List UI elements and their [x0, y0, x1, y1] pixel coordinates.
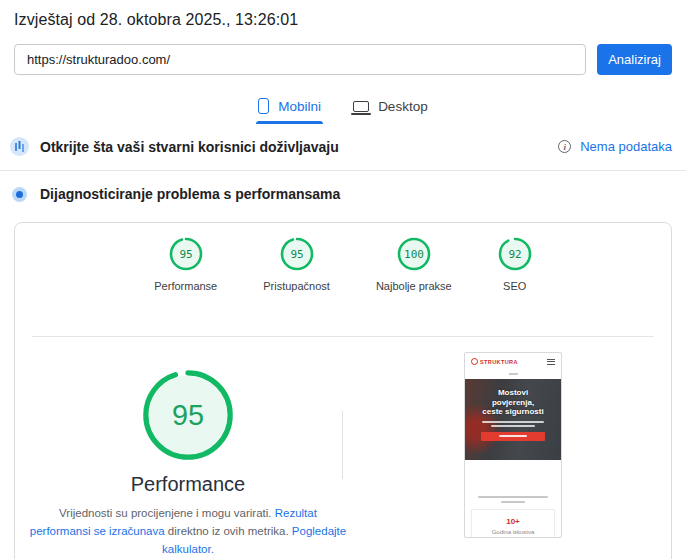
note-text: Vrijednosti su procijenjene i mogu varir… [59, 507, 275, 519]
preview-logo: STRUKTURA [471, 358, 518, 365]
struktura-logo-icon [471, 358, 478, 365]
hamburger-icon [547, 359, 555, 365]
gauge-seo[interactable]: 92 SEO [498, 237, 532, 292]
tab-mobile[interactable]: Mobilni [256, 94, 323, 124]
analyze-button[interactable]: Analiziraj [597, 44, 672, 75]
performance-gauge-icon: 95 [142, 369, 234, 461]
preview-body-text [478, 496, 548, 503]
svg-text:92: 92 [508, 248, 521, 261]
svg-text:95: 95 [290, 248, 303, 261]
hero-line: Mostovi [498, 388, 528, 397]
gauge-najbolje-prakse[interactable]: 100 Najbolje prakse [376, 237, 452, 292]
site-screenshot-preview[interactable]: STRUKTURA Mostovi povjerenja, ceste sigu… [464, 352, 562, 538]
tab-mobile-label: Mobilni [278, 99, 321, 114]
gauge-label: Najbolje prakse [376, 280, 452, 292]
phone-icon [258, 98, 269, 114]
vertical-divider [342, 411, 343, 479]
gauge-pristupacnost[interactable]: 95 Pristupačnost [263, 237, 330, 292]
page-title: Izvještaj od 28. oktobra 2025., 13:26:01 [14, 11, 298, 29]
report-card: 95 Performanse 95 Pristupačnost 100 Najb… [14, 222, 672, 559]
no-data-link[interactable]: i Nema podataka [558, 139, 672, 154]
no-data-label: Nema podataka [580, 139, 672, 154]
najbolje-prakse-gauge-icon: 100 [397, 237, 431, 271]
pristupacnost-gauge-icon: 95 [280, 237, 314, 271]
field-section-title: Otkrijte šta vaši stvarni korisnici doži… [40, 139, 339, 155]
card-divider [32, 336, 654, 337]
tab-desktop[interactable]: Desktop [351, 94, 430, 124]
preview-cta-button [481, 432, 545, 441]
svg-text:95: 95 [172, 399, 204, 431]
info-icon: i [558, 140, 571, 153]
note-text: direktno iz ovih metrika. [165, 525, 292, 537]
preview-hero-title: Mostovi povjerenja, ceste sigurnosti [465, 388, 561, 417]
svg-text:95: 95 [179, 248, 192, 261]
laptop-icon [353, 101, 369, 112]
seo-gauge-icon: 92 [498, 237, 532, 271]
diagnostics-icon [12, 187, 27, 202]
preview-brand: STRUKTURA [480, 359, 518, 365]
real-users-icon [10, 137, 29, 156]
preview-header: STRUKTURA [465, 353, 561, 370]
gauge-performanse[interactable]: 95 Performanse [154, 237, 217, 292]
preview-nav-placeholder [509, 373, 518, 375]
gauge-label: SEO [503, 280, 526, 292]
field-data-section-row: Otkrijte šta vaši stvarni korisnici doži… [10, 137, 672, 156]
performanse-gauge-icon: 95 [169, 237, 203, 271]
performance-title: Performance [15, 473, 361, 496]
gauge-label: Pristupačnost [263, 280, 330, 292]
diagnostics-section-row: Dijagnosticiranje problema s performansa… [10, 186, 672, 202]
section-divider [0, 170, 686, 171]
preview-hero-subtext [482, 421, 544, 427]
url-input[interactable] [14, 44, 586, 75]
device-tabs: Mobilni Desktop [0, 94, 686, 124]
score-gauges: 95 Performanse 95 Pristupačnost 100 Najb… [15, 237, 671, 292]
hero-line: ceste sigurnosti [482, 407, 543, 416]
performance-note: Vrijednosti su procijenjene i mogu varir… [29, 505, 347, 558]
hero-line: povjerenja, [492, 398, 534, 407]
preview-stat-label: Godina iskustva [472, 529, 554, 535]
preview-stat-value: 10+ [472, 517, 554, 526]
tab-desktop-label: Desktop [378, 99, 428, 114]
preview-hero: Mostovi povjerenja, ceste sigurnosti [465, 379, 561, 460]
performance-summary: 95 Performance Vrijednosti su procijenje… [15, 353, 361, 559]
diagnostics-section-title: Dijagnosticiranje problema s performansa… [40, 186, 340, 202]
svg-text:100: 100 [404, 248, 424, 261]
preview-stat-card: 10+ Godina iskustva [471, 509, 555, 538]
gauge-label: Performanse [154, 280, 217, 292]
